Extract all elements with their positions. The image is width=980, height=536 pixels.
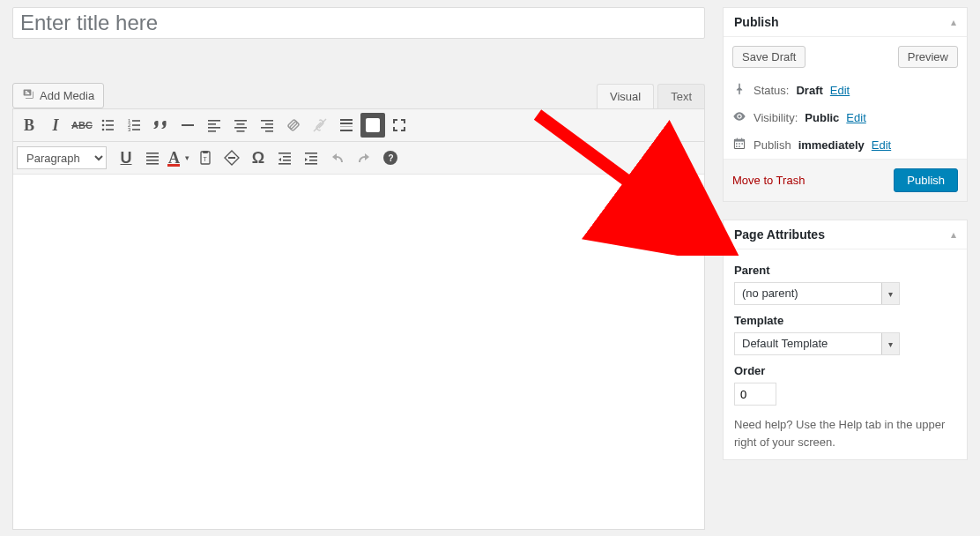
edit-schedule-link[interactable]: Edit — [872, 138, 891, 152]
svg-rect-21 — [261, 120, 273, 122]
svg-rect-62 — [736, 143, 738, 145]
align-left-button[interactable] — [202, 113, 226, 138]
publish-button[interactable]: Publish — [894, 168, 958, 192]
svg-rect-63 — [739, 143, 740, 145]
svg-rect-9 — [132, 124, 140, 126]
editor-content[interactable] — [13, 175, 704, 529]
add-media-button[interactable]: Add Media — [12, 83, 104, 108]
toolbar-row-1: B I ABC 123 — [13, 108, 704, 142]
svg-rect-27 — [340, 123, 353, 124]
schedule-label: Publish — [754, 138, 791, 152]
toolbar-toggle-button[interactable] — [360, 113, 385, 138]
template-label: Template — [734, 314, 956, 327]
svg-rect-61 — [741, 138, 742, 141]
svg-rect-59 — [734, 139, 744, 141]
preview-button[interactable]: Preview — [898, 46, 958, 68]
svg-rect-13 — [208, 120, 220, 122]
svg-rect-11 — [132, 129, 140, 130]
svg-rect-18 — [237, 123, 245, 125]
tab-visual[interactable]: Visual — [597, 84, 654, 108]
svg-rect-33 — [375, 121, 377, 123]
svg-rect-34 — [368, 124, 370, 126]
svg-rect-60 — [737, 138, 738, 141]
svg-rect-24 — [265, 130, 273, 132]
svg-rect-42 — [146, 160, 159, 161]
publish-title: Publish — [734, 15, 779, 29]
paste-text-button[interactable]: T — [193, 145, 218, 170]
chevron-down-icon: ▾ — [881, 333, 899, 354]
order-input[interactable] — [734, 383, 776, 406]
redo-button[interactable] — [352, 145, 376, 170]
svg-rect-38 — [371, 128, 374, 130]
svg-rect-23 — [261, 127, 273, 129]
special-character-button[interactable]: Ω — [246, 145, 271, 170]
outdent-button[interactable] — [272, 145, 297, 170]
chevron-down-icon: ▾ — [881, 283, 899, 304]
svg-rect-55 — [305, 163, 317, 165]
strikethrough-button[interactable]: ABC — [70, 113, 94, 138]
parent-value: (no parent) — [739, 287, 798, 300]
bulleted-list-button[interactable] — [96, 113, 121, 138]
svg-rect-35 — [371, 124, 374, 126]
svg-rect-12 — [182, 124, 194, 126]
tab-text[interactable]: Text — [657, 84, 705, 108]
schedule-value: immediately — [798, 138, 865, 152]
collapse-icon[interactable]: ▴ — [951, 16, 956, 28]
align-center-button[interactable] — [228, 113, 253, 138]
unlink-button[interactable] — [308, 113, 332, 138]
edit-visibility-link[interactable]: Edit — [846, 111, 865, 124]
svg-rect-39 — [375, 128, 377, 130]
horizontal-rule-button[interactable] — [175, 113, 200, 138]
svg-line-25 — [314, 119, 326, 131]
text-color-button[interactable]: A▾ — [167, 145, 191, 170]
link-button[interactable] — [281, 113, 306, 138]
svg-rect-5 — [106, 129, 114, 130]
svg-rect-41 — [146, 156, 159, 158]
move-to-trash-link[interactable]: Move to Trash — [732, 174, 805, 187]
svg-rect-37 — [368, 128, 370, 130]
help-button[interactable]: ? — [378, 145, 403, 170]
calendar-icon — [732, 137, 746, 153]
save-draft-button[interactable]: Save Draft — [732, 46, 806, 68]
blockquote-button[interactable] — [149, 113, 174, 138]
svg-rect-16 — [208, 130, 216, 132]
indent-button[interactable] — [299, 145, 323, 170]
align-justify-button[interactable] — [140, 145, 165, 170]
clear-formatting-button[interactable] — [219, 145, 244, 170]
status-value: Draft — [796, 84, 822, 97]
svg-rect-31 — [368, 121, 370, 123]
svg-rect-20 — [237, 130, 245, 132]
editor-tabs: Visual Text — [597, 84, 705, 108]
svg-rect-32 — [371, 121, 374, 123]
page-attributes-box: Page Attributes ▴ Parent (no parent) ▾ T… — [723, 220, 968, 460]
svg-rect-47 — [228, 157, 235, 159]
eye-icon — [732, 109, 746, 126]
svg-rect-7 — [132, 120, 140, 122]
fullscreen-button[interactable] — [387, 113, 412, 138]
numbered-list-button[interactable]: 123 — [122, 113, 147, 138]
svg-rect-14 — [208, 123, 216, 125]
undo-button[interactable] — [325, 145, 350, 170]
align-right-button[interactable] — [255, 113, 279, 138]
svg-text:?: ? — [389, 153, 394, 163]
underline-button[interactable]: U — [114, 145, 138, 170]
edit-status-link[interactable]: Edit — [830, 84, 850, 97]
title-input[interactable] — [12, 7, 705, 39]
svg-rect-28 — [340, 126, 353, 127]
insert-more-button[interactable] — [334, 113, 359, 138]
svg-rect-17 — [234, 120, 247, 122]
italic-button[interactable]: I — [43, 113, 68, 138]
svg-rect-26 — [340, 119, 353, 121]
media-icon — [22, 87, 36, 104]
status-label: Status: — [754, 84, 789, 97]
publish-box: Publish ▴ Save Draft Preview Status: Dra… — [723, 7, 968, 202]
svg-rect-64 — [741, 143, 743, 145]
visibility-value: Public — [805, 111, 839, 124]
template-select[interactable]: Default Template ▾ — [734, 332, 900, 355]
bold-button[interactable]: B — [17, 113, 41, 138]
svg-rect-45 — [203, 151, 208, 153]
collapse-icon[interactable]: ▴ — [951, 228, 956, 241]
parent-select[interactable]: (no parent) ▾ — [734, 282, 900, 305]
format-select[interactable]: Paragraph — [17, 146, 107, 169]
svg-rect-43 — [146, 163, 159, 165]
